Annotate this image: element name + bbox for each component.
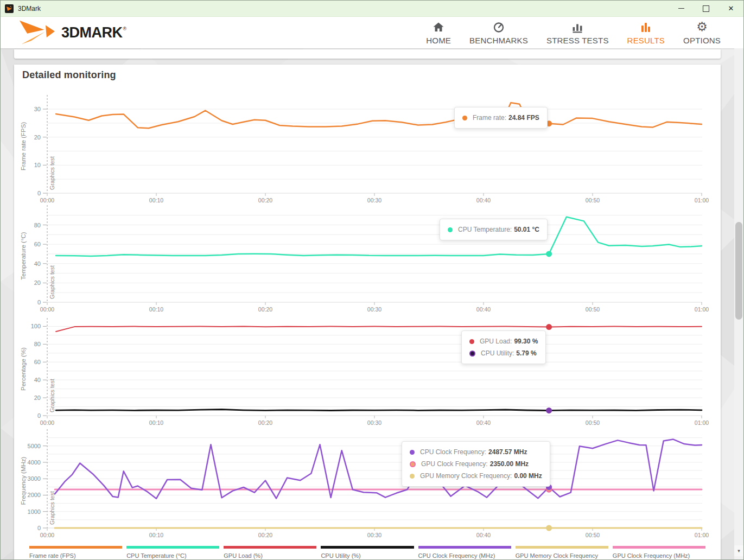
- legend-item-cpu-clock-frequency-mhz[interactable]: CPU Clock Frequency (MHz): [418, 546, 511, 560]
- hover-dot-gpu-load: [546, 324, 552, 330]
- chart-percentage[interactable]: 02040608010000:0000:1000:2000:3000:4000:…: [15, 310, 731, 430]
- nav-item-label: STRESS TESTS: [546, 36, 609, 45]
- graphics-test-annotation: Graphics test: [49, 491, 55, 525]
- x-tick-label: 00:20: [258, 532, 272, 538]
- legend-item-cpu-utility[interactable]: CPU Utility (%): [321, 546, 414, 560]
- y-axis-title: Frame rate (FPS): [20, 122, 27, 171]
- nav-item-options[interactable]: ⚙OPTIONS: [683, 20, 721, 45]
- legend-item-gpu-clock-frequency-mhz[interactable]: GPU Clock Frequency (MHz): [613, 546, 705, 560]
- window-controls: ✕: [669, 1, 743, 16]
- nav-item-label: RESULTS: [627, 36, 665, 45]
- y-tick-label: 3000: [28, 475, 41, 482]
- scrollbar-thumb[interactable]: [735, 222, 742, 320]
- y-tick-label: 2000: [28, 492, 41, 498]
- graphics-test-annotation: Graphics test: [49, 379, 55, 412]
- y-tick-label: 5000: [28, 443, 41, 449]
- y-tick-label: 1000: [28, 508, 41, 515]
- tooltip-series-dot-icon: [410, 474, 415, 479]
- tooltip-row: GPU Memory Clock Frequency:0.00 MHz: [410, 470, 542, 482]
- y-tick-label: 60: [34, 359, 41, 365]
- y-tick-label: 20: [34, 134, 41, 141]
- minimize-button[interactable]: [669, 1, 694, 16]
- close-button[interactable]: ✕: [718, 1, 743, 16]
- y-tick-label: 30: [34, 106, 41, 112]
- stress-tests-icon: [571, 20, 583, 34]
- y-tick-label: 0: [37, 190, 41, 196]
- y-tick-label: 100: [31, 323, 41, 329]
- maximize-button[interactable]: [694, 1, 718, 16]
- legend-swatch: [224, 546, 316, 549]
- tooltip-value: 2487.57 MHz: [488, 448, 527, 456]
- legend-label: Frame rate (FPS): [29, 552, 122, 559]
- legend-label: CPU Clock Frequency (MHz): [418, 552, 511, 559]
- chart-tooltip-temperature-c: CPU Temperature:50.01 °C: [440, 219, 548, 240]
- options-icon: ⚙: [696, 20, 708, 34]
- tooltip-label: CPU Clock Frequency:: [420, 448, 486, 456]
- chart-frame-rate-fps[interactable]: 010203000:0000:1000:2000:3000:4000:5001:…: [15, 87, 731, 207]
- y-axis-title: Temperature (°C): [20, 232, 27, 279]
- series-line-gpu-load: [56, 326, 702, 332]
- scrollbar-down-icon[interactable]: ▾: [734, 545, 743, 556]
- tooltip-value: 5.79 %: [516, 349, 536, 357]
- chart-frequency-mhz[interactable]: 01000200030004000500000:0000:1000:2000:3…: [15, 422, 731, 542]
- tooltip-value: 50.01 °C: [514, 226, 539, 233]
- series-line-cpu-utility: [56, 410, 702, 411]
- tooltip-value: 24.84 FPS: [508, 114, 539, 122]
- legend-swatch: [418, 546, 511, 549]
- tooltip-row: CPU Clock Frequency:2487.57 MHz: [410, 446, 542, 458]
- legend-item-gpu-load[interactable]: GPU Load (%): [224, 546, 316, 560]
- nav-item-label: BENCHMARKS: [469, 36, 528, 45]
- legend-label: GPU Memory Clock Frequency (MHz): [516, 552, 608, 560]
- nav-item-benchmarks[interactable]: BENCHMARKS: [469, 20, 528, 45]
- results-icon: [640, 20, 652, 34]
- tooltip-label: Frame rate:: [473, 114, 506, 122]
- legend-item-cpu-temperature-c[interactable]: CPU Temperature (°C): [126, 546, 219, 560]
- legend-swatch: [126, 546, 219, 549]
- x-tick-label: 01:00: [695, 532, 709, 538]
- tooltip-series-dot-icon: [410, 450, 415, 455]
- tooltip-label: GPU Memory Clock Frequency:: [420, 472, 512, 480]
- legend-label: GPU Clock Frequency (MHz): [613, 552, 705, 559]
- app-window: 3DMark ✕ 3DMARK ® HOMEBENCHMARKSSTRESS T…: [0, 0, 744, 560]
- tooltip-label: GPU Load:: [480, 338, 512, 345]
- legend-item-frame-rate-fps[interactable]: Frame rate (FPS): [29, 546, 122, 560]
- series-line-frame-rate: [56, 103, 702, 128]
- brand-logo[interactable]: 3DMARK ®: [19, 20, 126, 46]
- y-tick-label: 80: [34, 222, 41, 228]
- graphics-test-annotation: Graphics test: [49, 265, 55, 299]
- x-tick-label: 00:40: [476, 532, 491, 538]
- y-tick-label: 0: [37, 412, 41, 419]
- chart-legend: Frame rate (FPS)CPU Temperature (°C)GPU …: [29, 546, 705, 560]
- nav-item-label: HOME: [426, 36, 451, 45]
- maximize-icon: [703, 5, 709, 12]
- tooltip-row: GPU Load:99.30 %: [469, 335, 538, 347]
- tooltip-row: Frame rate:24.84 FPS: [462, 112, 539, 124]
- brand-registered-mark: ®: [123, 26, 127, 31]
- chart-tooltip-frequency-mhz: CPU Clock Frequency:2487.57 MHzGPU Clock…: [402, 441, 550, 487]
- legend-swatch: [613, 546, 705, 549]
- y-tick-label: 4000: [28, 459, 41, 466]
- nav-items: HOMEBENCHMARKSSTRESS TESTSRESULTS⚙OPTION…: [426, 20, 721, 45]
- legend-label: CPU Utility (%): [321, 552, 414, 559]
- legend-swatch: [516, 546, 608, 549]
- main-nav-bar: 3DMARK ® HOMEBENCHMARKSSTRESS TESTSRESUL…: [1, 17, 743, 48]
- nav-item-results[interactable]: RESULTS: [627, 20, 665, 45]
- hover-dot-gpu-memory-clock-frequency: [546, 525, 552, 531]
- tooltip-value: 2350.00 MHz: [490, 460, 529, 468]
- legend-item-gpu-memory-clock-frequency-mhz[interactable]: GPU Memory Clock Frequency (MHz): [516, 546, 608, 560]
- tooltip-series-dot-icon: [469, 339, 474, 344]
- home-icon: [433, 20, 444, 34]
- nav-item-home[interactable]: HOME: [426, 20, 451, 45]
- x-tick-label: 00:30: [367, 532, 381, 538]
- y-tick-label: 40: [34, 377, 41, 383]
- legend-label: GPU Load (%): [224, 552, 316, 559]
- window-title: 3DMark: [18, 5, 41, 12]
- scrollbar[interactable]: ▾: [734, 48, 743, 560]
- titlebar: 3DMark ✕: [1, 1, 743, 17]
- graphics-test-annotation: Graphics test: [49, 156, 55, 190]
- y-tick-label: 80: [34, 341, 41, 347]
- tooltip-series-dot-icon: [448, 227, 453, 232]
- nav-item-stress-tests[interactable]: STRESS TESTS: [546, 20, 609, 45]
- tooltip-row: CPU Temperature:50.01 °C: [448, 224, 539, 236]
- chart-temperature-c[interactable]: 02040608000:0000:1000:2000:3000:4000:500…: [15, 198, 731, 316]
